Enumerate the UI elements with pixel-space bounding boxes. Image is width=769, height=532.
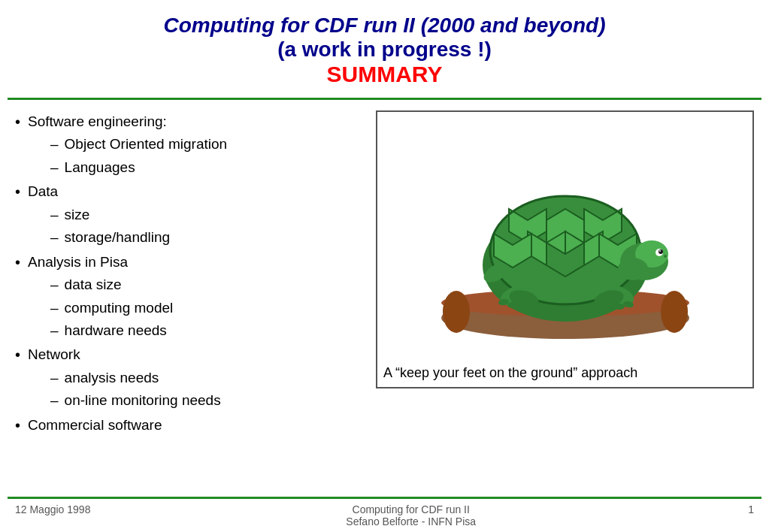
footer-date: 12 Maggio 1998 [15,503,90,515]
sub-dash: – [50,389,59,411]
sub-text: on-line monitoring needs [65,389,221,411]
bullet-dot: • [15,343,20,367]
sub-dash: – [50,226,59,248]
sub-dash: – [50,204,59,225]
sub-text: computing model [65,297,174,319]
bullet-dot: • [15,180,20,204]
sub-text: data size [65,274,122,295]
svg-point-18 [658,249,663,254]
bullet-label: Software engineering: [28,113,167,129]
bullet-label: Analysis in Pisa [28,254,128,270]
sub-text: hardware needs [65,319,167,341]
bullet-dot: • [15,414,20,437]
sub-dash: – [50,319,59,341]
sub-text: analysis needs [65,367,159,388]
sub-text: storage/handling [65,226,171,248]
bullet-dot: • [15,251,20,274]
sub-item: –storage/handling [50,226,170,248]
title-summary: SUMMARY [15,62,754,87]
bullet-label: Network [28,346,80,362]
bullet-label: Data [28,183,58,199]
bottom-divider [8,497,761,499]
sub-text: Languages [65,156,135,178]
bullet-item: •Data–size–storage/handling [15,180,361,249]
footer-page: 1 [731,503,754,515]
sub-item: –hardware needs [50,319,173,341]
bullet-list: •Software engineering:–Object Oriented m… [15,110,361,492]
svg-point-2 [443,291,470,333]
bullet-item: •Software engineering:–Object Oriented m… [15,110,361,179]
footer-center-line2: Sefano Belforte - INFN Pisa [90,515,731,527]
sub-item: –analysis needs [50,367,221,388]
footer-center-line1: Computing for CDF run II [90,503,731,515]
svg-point-28 [507,302,518,308]
svg-point-20 [664,255,667,258]
sub-item: –on-line monitoring needs [50,389,221,411]
turtle-caption: A “keep your feet on the ground” approac… [383,359,746,381]
svg-point-21 [618,258,648,280]
slide: Computing for CDF run II (2000 and beyon… [0,0,769,532]
turtle-box: A “keep your feet on the ground” approac… [376,110,754,388]
svg-point-3 [661,291,688,333]
bullet-item: •Analysis in Pisa–data size–computing mo… [15,251,361,343]
image-panel: A “keep your feet on the ground” approac… [376,110,754,492]
bullet-label: Commercial software [28,417,162,433]
sub-dash: – [50,274,59,295]
sub-item: –size [50,204,170,225]
footer-center: Computing for CDF run II Sefano Belforte… [90,503,731,527]
sub-text: Object Oriented migration [65,133,228,155]
sub-item: –Object Oriented migration [50,133,227,155]
sub-item: –computing model [50,297,173,319]
bullet-item: •Commercial software [15,414,361,437]
sub-dash: – [50,367,59,388]
bullet-dot: • [15,110,20,134]
top-divider [8,98,761,100]
content-area: •Software engineering:–Object Oriented m… [0,103,769,492]
sub-dash: – [50,297,59,319]
sub-text: size [65,204,90,225]
svg-point-19 [659,250,661,252]
sub-dash: – [50,133,59,155]
title-line1: Computing for CDF run II (2000 and beyon… [15,14,754,38]
header: Computing for CDF run II (2000 and beyon… [0,0,769,95]
bullet-item: •Network–analysis needs–on-line monitori… [15,343,361,412]
svg-point-31 [614,304,625,310]
sub-item: –data size [50,274,173,295]
turtle-image [415,118,716,359]
title-line2: (a work in progress !) [15,38,754,62]
sub-item: –Languages [50,156,227,178]
sub-dash: – [50,156,59,178]
footer: 12 Maggio 1998 Computing for CDF run II … [0,502,769,532]
